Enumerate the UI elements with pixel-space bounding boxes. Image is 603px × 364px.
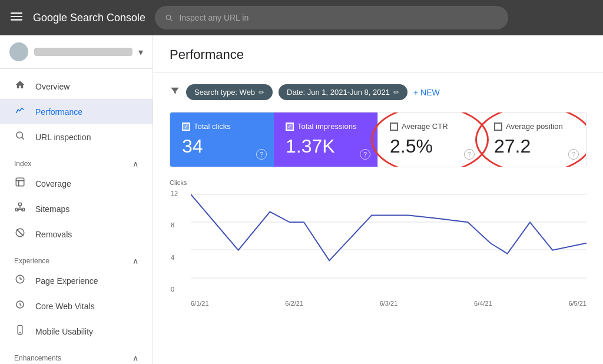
sidebar-item-performance-label: Performance (35, 107, 82, 117)
checkbox-ctr[interactable] (390, 123, 398, 131)
sidebar-item-coverage[interactable]: Coverage (0, 171, 153, 196)
performance-icon (14, 105, 26, 118)
metric-value-impressions: 1.37K (286, 135, 366, 157)
sidebar-nav: Overview Performance URL inspection Inde… (0, 69, 153, 364)
search-bar[interactable] (155, 6, 508, 29)
chart-x-labels: 6/1/21 6/2/21 6/3/21 6/4/21 6/5/21 (191, 299, 587, 307)
metric-label-clicks: Total clicks (182, 122, 262, 131)
sidebar-item-core-web-vitals-label: Core Web Vitals (35, 302, 95, 311)
edit-icon-date: ✏ (393, 88, 399, 97)
sidebar-item-mobile-usability[interactable]: Mobile Usability (0, 319, 153, 344)
app-logo: Google Search Console (33, 12, 145, 24)
sidebar-item-removals[interactable]: Removals (0, 221, 153, 247)
topbar: Google Search Console (0, 0, 603, 35)
chevron-down-icon: ▾ (138, 47, 143, 58)
sidebar-item-core-web-vitals[interactable]: Core Web Vitals (0, 293, 153, 319)
account-selector[interactable]: ▾ (0, 35, 153, 69)
chart-y-axis-label: Clicks (170, 179, 187, 186)
svg-point-3 (16, 132, 23, 138)
svg-rect-9 (19, 203, 22, 206)
chevron-up-icon-enhancements: ∧ (132, 353, 138, 363)
sidebar-item-url-inspection-label: URL inspection (35, 133, 91, 142)
chevron-up-icon-experience: ∧ (132, 256, 138, 266)
svg-line-14 (16, 229, 23, 236)
checkbox-impressions[interactable] (286, 123, 294, 131)
sidebar-item-page-experience[interactable]: Page Experience (0, 268, 153, 293)
metric-card-position[interactable]: Average position 27.2 ? (482, 112, 586, 167)
svg-rect-0 (11, 12, 22, 14)
performance-chart (191, 184, 587, 299)
menu-icon[interactable] (9, 11, 24, 25)
mobile-usability-icon (14, 325, 26, 338)
help-icon-impressions[interactable]: ? (360, 149, 370, 160)
sidebar-item-url-inspection[interactable]: URL inspection (0, 124, 153, 150)
sidebar-item-sitemaps-label: Sitemaps (35, 204, 69, 214)
chart-y-labels: 12 8 4 0 (171, 190, 178, 293)
chevron-up-icon: ∧ (132, 159, 138, 168)
removals-icon (14, 227, 26, 241)
main-layout: ▾ Overview Performance URL inspection (0, 35, 603, 364)
svg-rect-5 (16, 178, 24, 186)
search-type-label: Search type: Web (194, 88, 255, 97)
svg-line-4 (22, 137, 24, 139)
sidebar-item-mobile-usability-label: Mobile Usability (35, 327, 93, 336)
metric-value-position: 27.2 (494, 135, 574, 157)
sidebar-item-sitemaps[interactable]: Sitemaps (0, 196, 153, 221)
content-body: Search type: Web ✏ Date: Jun 1, 2021-Jun… (153, 72, 603, 364)
metric-value-ctr: 2.5% (390, 135, 470, 157)
avatar (9, 42, 28, 61)
new-filter-button[interactable]: + NEW (413, 88, 440, 97)
svg-rect-2 (11, 19, 22, 20)
metric-card-total-clicks[interactable]: Total clicks 34 ? (170, 112, 274, 167)
sidebar-item-performance[interactable]: Performance (0, 99, 153, 124)
metric-cards: Total clicks 34 ? Total impressions 1.37… (170, 112, 587, 167)
core-web-vitals-icon (14, 299, 26, 313)
date-filter[interactable]: Date: Jun 1, 2021-Jun 8, 2021 ✏ (279, 84, 407, 100)
sitemaps-icon (14, 202, 26, 216)
sidebar-section-experience: Experience ∧ (0, 252, 153, 268)
sidebar-item-page-experience-label: Page Experience (35, 276, 98, 286)
home-icon (14, 80, 26, 93)
filter-icon (170, 85, 180, 99)
sidebar-item-coverage-label: Coverage (35, 179, 71, 188)
sidebar-item-overview[interactable]: Overview (0, 74, 153, 99)
page-title: Performance (170, 47, 587, 62)
edit-icon: ✏ (259, 88, 264, 97)
chart-container: Clicks 12 8 4 0 (170, 179, 587, 315)
help-icon-ctr[interactable]: ? (464, 149, 475, 160)
search-icon (164, 13, 173, 22)
help-icon-clicks[interactable]: ? (256, 149, 267, 160)
sidebar-section-index: Index ∧ (0, 154, 153, 171)
metric-card-impressions[interactable]: Total impressions 1.37K ? (274, 112, 377, 167)
url-search-input[interactable] (179, 13, 499, 22)
search-type-filter[interactable]: Search type: Web ✏ (186, 84, 273, 100)
metric-value-clicks: 34 (182, 135, 262, 157)
sidebar-item-removals-label: Removals (35, 230, 72, 239)
filter-bar: Search type: Web ✏ Date: Jun 1, 2021-Jun… (170, 84, 587, 100)
metric-label-ctr: Average CTR (390, 122, 470, 131)
checkbox-clicks[interactable] (182, 123, 190, 131)
date-label: Date: Jun 1, 2021-Jun 8, 2021 (287, 88, 390, 97)
page-experience-icon (14, 274, 26, 287)
metric-label-impressions: Total impressions (286, 122, 366, 131)
main-content: Performance Search type: Web ✏ Date: Jun… (153, 35, 603, 364)
help-icon-position[interactable]: ? (568, 149, 579, 160)
svg-rect-1 (11, 15, 22, 16)
sidebar: ▾ Overview Performance URL inspection (0, 35, 153, 364)
metric-card-ctr[interactable]: Average CTR 2.5% ? (377, 112, 482, 167)
content-header: Performance (153, 35, 603, 72)
account-name (34, 48, 132, 56)
coverage-icon (14, 177, 26, 190)
url-inspection-icon (14, 130, 26, 144)
sidebar-item-overview-label: Overview (35, 82, 69, 91)
checkbox-position[interactable] (494, 123, 502, 131)
metric-label-position: Average position (494, 122, 574, 131)
sidebar-section-enhancements: Enhancements ∧ (0, 349, 153, 364)
